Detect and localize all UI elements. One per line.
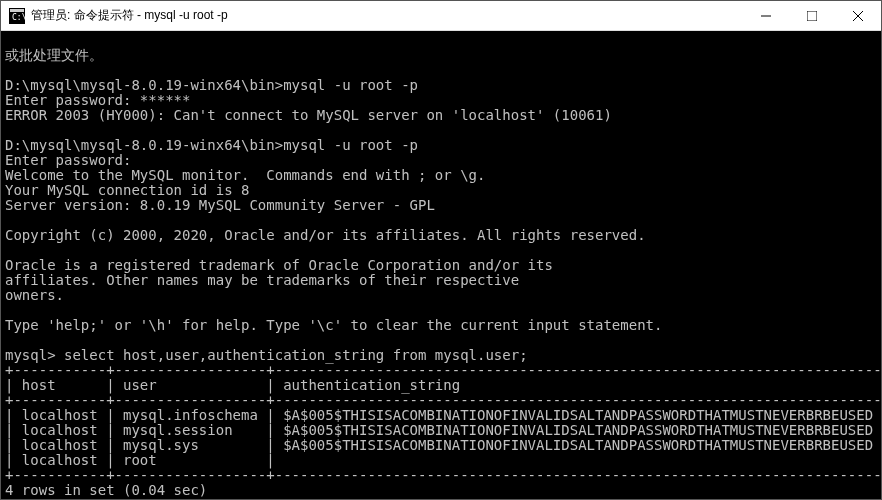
svg-text:C:\: C:\ — [12, 13, 25, 22]
terminal-line: D:\mysql\mysql-8.0.19-winx64\bin>mysql -… — [5, 77, 418, 93]
terminal-line: Your MySQL connection id is 8 — [5, 182, 249, 198]
terminal-line: +-----------+------------------+--------… — [5, 467, 881, 483]
titlebar[interactable]: C:\ 管理员: 命令提示符 - mysql -u root -p — [1, 1, 881, 31]
minimize-button[interactable] — [743, 1, 789, 30]
cmd-icon: C:\ — [9, 8, 25, 24]
window-title: 管理员: 命令提示符 - mysql -u root -p — [31, 7, 743, 24]
window-controls — [743, 1, 881, 30]
terminal-line: | localhost | root | | — [5, 452, 881, 468]
terminal-line: Oracle is a registered trademark of Orac… — [5, 257, 553, 273]
terminal-line: Server version: 8.0.19 MySQL Community S… — [5, 197, 435, 213]
terminal-line: | localhost | mysql.sys | $A$005$THISISA… — [5, 437, 881, 453]
maximize-button[interactable] — [789, 1, 835, 30]
terminal-line: mysql> select host,user,authentication_s… — [5, 347, 528, 363]
terminal-line: | localhost | mysql.infoschema | $A$005$… — [5, 407, 881, 423]
svg-rect-1 — [10, 9, 24, 12]
terminal-line: affiliates. Other names may be trademark… — [5, 272, 519, 288]
terminal-line: Enter password: ****** — [5, 92, 190, 108]
svg-rect-4 — [807, 11, 817, 21]
terminal-line: Enter password: — [5, 152, 131, 168]
window-frame: C:\ 管理员: 命令提示符 - mysql -u root -p 或批处理文件… — [0, 0, 882, 500]
terminal-line: owners. — [5, 287, 64, 303]
terminal-line: 或批处理文件。 — [5, 47, 103, 63]
terminal-line: Welcome to the MySQL monitor. Commands e… — [5, 167, 485, 183]
close-button[interactable] — [835, 1, 881, 30]
terminal-line: 4 rows in set (0.04 sec) — [5, 482, 207, 498]
terminal-line: ERROR 2003 (HY000): Can't connect to MyS… — [5, 107, 612, 123]
terminal-line: Type 'help;' or '\h' for help. Type '\c'… — [5, 317, 662, 333]
terminal-line: +-----------+------------------+--------… — [5, 362, 881, 378]
terminal-area[interactable]: 或批处理文件。 D:\mysql\mysql-8.0.19-winx64\bin… — [1, 31, 881, 499]
terminal-line: +-----------+------------------+--------… — [5, 392, 881, 408]
terminal-line: Copyright (c) 2000, 2020, Oracle and/or … — [5, 227, 646, 243]
terminal-line: D:\mysql\mysql-8.0.19-winx64\bin>mysql -… — [5, 137, 418, 153]
terminal-line: | host | user | authentication_string | — [5, 377, 881, 393]
terminal-line: | localhost | mysql.session | $A$005$THI… — [5, 422, 881, 438]
